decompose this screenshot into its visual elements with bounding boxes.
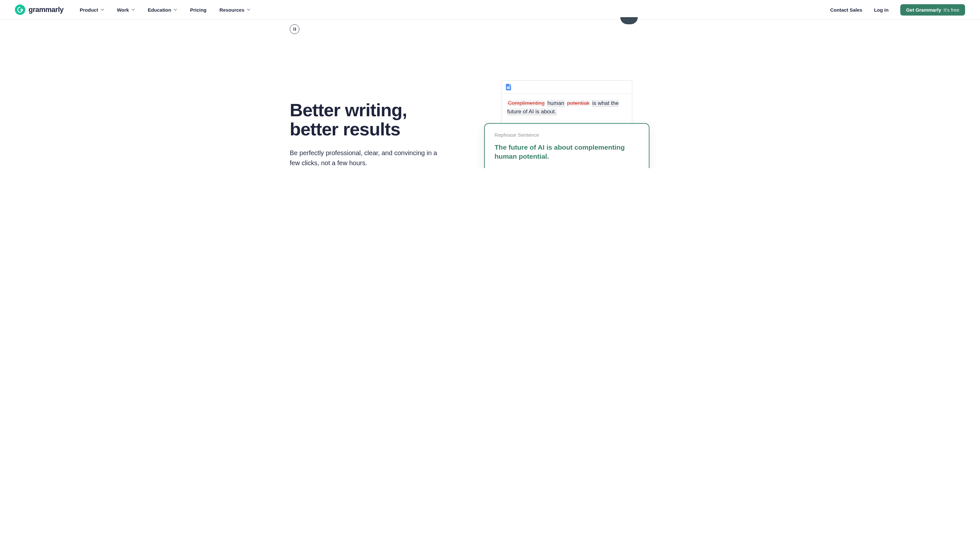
strikethrough-word: potentiak bbox=[566, 100, 590, 107]
hero-subtitle: Be perfectly professional, clear, and co… bbox=[290, 148, 445, 168]
hero-text: Better writing, better results Be perfec… bbox=[290, 101, 465, 168]
hero-title-line1: Better writing, bbox=[290, 100, 407, 120]
logo-text: grammarly bbox=[28, 5, 63, 14]
strikethrough-word: Complimenting bbox=[507, 100, 545, 107]
suggestion-text: The future of AI is about complementing … bbox=[494, 143, 639, 161]
cta-sublabel: It's free bbox=[943, 7, 959, 13]
chevron-down-icon bbox=[101, 8, 104, 11]
suggestion-card: Rephrase Sentence The future of AI is ab… bbox=[484, 123, 649, 168]
pause-button[interactable] bbox=[290, 24, 299, 34]
underline-word: human bbox=[547, 100, 565, 107]
document-icon bbox=[506, 84, 511, 90]
main-header: grammarly Product Work Education Pricing… bbox=[0, 0, 980, 20]
logo[interactable]: grammarly bbox=[15, 5, 63, 15]
nav-resources[interactable]: Resources bbox=[219, 7, 250, 13]
nav-label: Work bbox=[117, 7, 129, 13]
suggestion-label: Rephrase Sentence bbox=[494, 132, 639, 138]
hero-section: Better writing, better results Be perfec… bbox=[254, 20, 726, 168]
hero-demo: Complimenting human potentiak is what th… bbox=[484, 80, 690, 124]
nav-education[interactable]: Education bbox=[148, 7, 177, 13]
hero-content: Better writing, better results Be perfec… bbox=[290, 20, 690, 168]
chevron-down-icon bbox=[247, 8, 250, 11]
document-body: Complimenting human potentiak is what th… bbox=[501, 94, 632, 123]
nav-label: Product bbox=[80, 7, 98, 13]
cta-label: Get Grammarly bbox=[906, 7, 941, 13]
chevron-down-icon bbox=[132, 8, 135, 11]
nav-product[interactable]: Product bbox=[80, 7, 104, 13]
pause-icon bbox=[294, 28, 296, 31]
header-actions: Contact Sales Log in Get Grammarly It's … bbox=[830, 4, 965, 15]
contact-sales-link[interactable]: Contact Sales bbox=[830, 7, 862, 13]
document-card: Complimenting human potentiak is what th… bbox=[501, 80, 632, 124]
get-grammarly-button[interactable]: Get Grammarly It's free bbox=[900, 4, 965, 15]
main-nav: Product Work Education Pricing Resources bbox=[80, 7, 250, 13]
login-link[interactable]: Log in bbox=[874, 7, 888, 13]
hero-title-line2: better results bbox=[290, 119, 400, 139]
nav-pricing[interactable]: Pricing bbox=[190, 7, 207, 13]
nav-label: Resources bbox=[219, 7, 244, 13]
nav-work[interactable]: Work bbox=[117, 7, 135, 13]
nav-label: Pricing bbox=[190, 7, 207, 13]
document-header bbox=[501, 81, 632, 94]
hero-title: Better writing, better results bbox=[290, 101, 465, 139]
nav-label: Education bbox=[148, 7, 172, 13]
chevron-down-icon bbox=[174, 8, 177, 11]
grammarly-logo-icon bbox=[15, 5, 25, 15]
